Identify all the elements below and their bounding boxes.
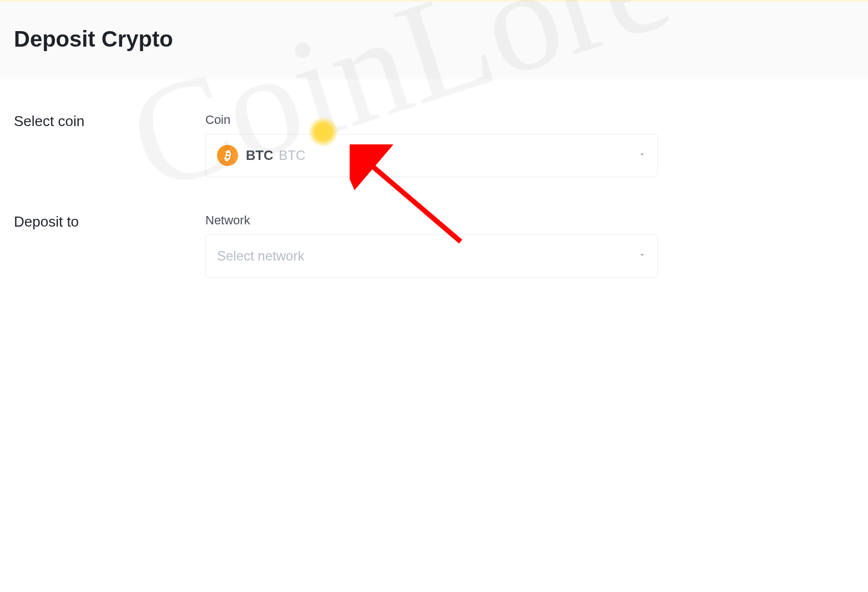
bitcoin-symbol: ₿: [223, 148, 232, 163]
select-coin-label: Select coin: [14, 113, 205, 177]
coin-field-label: Coin: [205, 113, 658, 127]
page-header: Deposit Crypto: [0, 0, 868, 79]
bitcoin-icon: ₿: [217, 145, 238, 166]
chevron-down-icon: [638, 150, 646, 160]
deposit-to-label: Deposit to: [14, 213, 205, 278]
network-placeholder: Select network: [217, 248, 304, 264]
coin-dropdown[interactable]: ₿ BTC BTC: [205, 134, 658, 177]
network-field-label: Network: [205, 213, 658, 228]
deposit-to-row: Deposit to Network Select network: [14, 213, 854, 278]
select-coin-row: Select coin Coin ₿ BTC BTC: [14, 113, 854, 177]
coin-name: BTC: [279, 148, 305, 163]
coin-ticker: BTC: [246, 148, 273, 163]
form-section: Select coin Coin ₿ BTC BTC Deposit to Ne…: [0, 79, 868, 347]
deposit-to-content: Network Select network: [205, 213, 658, 278]
select-coin-content: Coin ₿ BTC BTC: [205, 113, 658, 177]
page-title: Deposit Crypto: [14, 27, 854, 52]
network-dropdown[interactable]: Select network: [205, 234, 658, 278]
chevron-down-icon: [638, 251, 646, 261]
